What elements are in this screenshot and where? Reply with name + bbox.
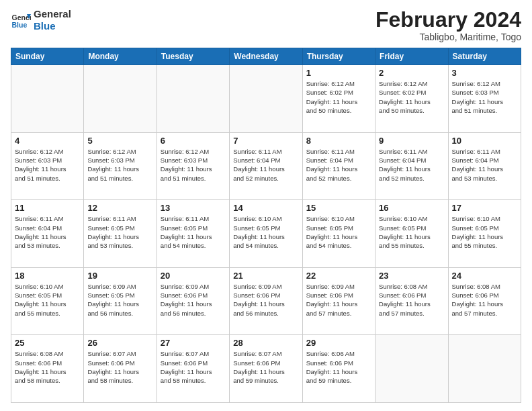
day-info: Sunrise: 6:06 AM Sunset: 6:06 PM Dayligh… [306, 349, 371, 385]
day-number: 24 [452, 271, 517, 281]
table-row: 21Sunrise: 6:09 AM Sunset: 6:06 PM Dayli… [230, 267, 302, 335]
calendar-header-row: Sunday Monday Tuesday Wednesday Thursday… [11, 48, 521, 65]
day-info: Sunrise: 6:09 AM Sunset: 6:06 PM Dayligh… [306, 282, 371, 318]
day-info: Sunrise: 6:09 AM Sunset: 6:06 PM Dayligh… [161, 282, 226, 318]
table-row: 2Sunrise: 6:12 AM Sunset: 6:02 PM Daylig… [375, 65, 448, 133]
day-info: Sunrise: 6:11 AM Sunset: 6:04 PM Dayligh… [452, 147, 517, 183]
day-number: 7 [233, 136, 298, 146]
day-number: 5 [87, 136, 152, 146]
day-number: 14 [233, 203, 298, 213]
day-number: 18 [15, 271, 80, 281]
table-row: 13Sunrise: 6:11 AM Sunset: 6:05 PM Dayli… [157, 200, 229, 268]
day-number: 9 [379, 136, 444, 146]
day-number: 15 [306, 203, 371, 213]
day-info: Sunrise: 6:11 AM Sunset: 6:04 PM Dayligh… [15, 214, 80, 250]
day-number: 27 [161, 338, 226, 348]
day-number: 19 [87, 271, 152, 281]
col-friday: Friday [375, 48, 448, 65]
col-wednesday: Wednesday [230, 48, 302, 65]
calendar-body: 1Sunrise: 6:12 AM Sunset: 6:02 PM Daylig… [11, 65, 521, 403]
day-number: 22 [306, 271, 371, 281]
day-info: Sunrise: 6:11 AM Sunset: 6:05 PM Dayligh… [87, 214, 152, 250]
page-subtitle: Tabligbo, Maritime, Togo [375, 32, 521, 42]
day-info: Sunrise: 6:12 AM Sunset: 6:03 PM Dayligh… [87, 147, 152, 183]
day-number: 20 [161, 271, 226, 281]
day-number: 2 [379, 68, 444, 78]
table-row: 25Sunrise: 6:08 AM Sunset: 6:06 PM Dayli… [11, 335, 84, 403]
day-number: 25 [15, 338, 80, 348]
table-row: 28Sunrise: 6:07 AM Sunset: 6:06 PM Dayli… [230, 335, 302, 403]
day-info: Sunrise: 6:09 AM Sunset: 6:06 PM Dayligh… [233, 282, 298, 318]
day-number: 1 [306, 68, 371, 78]
day-number: 21 [233, 271, 298, 281]
table-row: 29Sunrise: 6:06 AM Sunset: 6:06 PM Dayli… [302, 335, 375, 403]
header: General Blue General Blue February 2024 … [11, 8, 521, 42]
day-info: Sunrise: 6:10 AM Sunset: 6:05 PM Dayligh… [306, 214, 371, 250]
col-thursday: Thursday [302, 48, 375, 65]
table-row: 6Sunrise: 6:12 AM Sunset: 6:03 PM Daylig… [157, 132, 229, 200]
day-info: Sunrise: 6:12 AM Sunset: 6:03 PM Dayligh… [452, 79, 517, 115]
day-info: Sunrise: 6:10 AM Sunset: 6:05 PM Dayligh… [233, 214, 298, 250]
day-info: Sunrise: 6:10 AM Sunset: 6:05 PM Dayligh… [379, 214, 444, 250]
col-sunday: Sunday [11, 48, 84, 65]
day-info: Sunrise: 6:07 AM Sunset: 6:06 PM Dayligh… [161, 349, 226, 385]
table-row: 8Sunrise: 6:11 AM Sunset: 6:04 PM Daylig… [302, 132, 375, 200]
calendar-week-row: 25Sunrise: 6:08 AM Sunset: 6:06 PM Dayli… [11, 335, 521, 403]
day-info: Sunrise: 6:12 AM Sunset: 6:02 PM Dayligh… [379, 79, 444, 115]
day-info: Sunrise: 6:11 AM Sunset: 6:04 PM Dayligh… [379, 147, 444, 183]
day-number: 3 [452, 68, 517, 78]
table-row: 17Sunrise: 6:10 AM Sunset: 6:05 PM Dayli… [448, 200, 521, 268]
day-number: 28 [233, 338, 298, 348]
day-info: Sunrise: 6:12 AM Sunset: 6:03 PM Dayligh… [15, 147, 80, 183]
day-number: 26 [87, 338, 152, 348]
table-row: 26Sunrise: 6:07 AM Sunset: 6:06 PM Dayli… [84, 335, 157, 403]
calendar-week-row: 11Sunrise: 6:11 AM Sunset: 6:04 PM Dayli… [11, 200, 521, 268]
page-title: February 2024 [375, 8, 521, 32]
table-row: 4Sunrise: 6:12 AM Sunset: 6:03 PM Daylig… [11, 132, 84, 200]
page: General Blue General Blue February 2024 … [0, 0, 532, 411]
table-row: 24Sunrise: 6:08 AM Sunset: 6:06 PM Dayli… [448, 267, 521, 335]
day-number: 23 [379, 271, 444, 281]
day-number: 10 [452, 136, 517, 146]
day-number: 12 [87, 203, 152, 213]
table-row: 15Sunrise: 6:10 AM Sunset: 6:05 PM Dayli… [302, 200, 375, 268]
logo-icon: General Blue [11, 10, 31, 30]
day-info: Sunrise: 6:08 AM Sunset: 6:06 PM Dayligh… [15, 349, 80, 385]
calendar-week-row: 4Sunrise: 6:12 AM Sunset: 6:03 PM Daylig… [11, 132, 521, 200]
day-info: Sunrise: 6:07 AM Sunset: 6:06 PM Dayligh… [87, 349, 152, 385]
table-row: 10Sunrise: 6:11 AM Sunset: 6:04 PM Dayli… [448, 132, 521, 200]
table-row: 5Sunrise: 6:12 AM Sunset: 6:03 PM Daylig… [84, 132, 157, 200]
day-info: Sunrise: 6:08 AM Sunset: 6:06 PM Dayligh… [379, 282, 444, 318]
day-number: 16 [379, 203, 444, 213]
day-number: 8 [306, 136, 371, 146]
col-tuesday: Tuesday [157, 48, 229, 65]
table-row [157, 65, 229, 133]
col-monday: Monday [84, 48, 157, 65]
table-row [448, 335, 521, 403]
svg-text:Blue: Blue [12, 21, 28, 29]
table-row: 9Sunrise: 6:11 AM Sunset: 6:04 PM Daylig… [375, 132, 448, 200]
day-info: Sunrise: 6:12 AM Sunset: 6:03 PM Dayligh… [161, 147, 226, 183]
day-info: Sunrise: 6:11 AM Sunset: 6:04 PM Dayligh… [306, 147, 371, 183]
day-number: 17 [452, 203, 517, 213]
table-row: 1Sunrise: 6:12 AM Sunset: 6:02 PM Daylig… [302, 65, 375, 133]
table-row [230, 65, 302, 133]
table-row: 14Sunrise: 6:10 AM Sunset: 6:05 PM Dayli… [230, 200, 302, 268]
logo-blue: Blue [34, 20, 71, 32]
table-row [11, 65, 84, 133]
day-number: 6 [161, 136, 226, 146]
table-row: 20Sunrise: 6:09 AM Sunset: 6:06 PM Dayli… [157, 267, 229, 335]
calendar: Sunday Monday Tuesday Wednesday Thursday… [11, 48, 521, 403]
table-row: 27Sunrise: 6:07 AM Sunset: 6:06 PM Dayli… [157, 335, 229, 403]
logo-general: General [34, 8, 71, 20]
day-info: Sunrise: 6:11 AM Sunset: 6:05 PM Dayligh… [161, 214, 226, 250]
calendar-week-row: 18Sunrise: 6:10 AM Sunset: 6:05 PM Dayli… [11, 267, 521, 335]
day-info: Sunrise: 6:10 AM Sunset: 6:05 PM Dayligh… [452, 214, 517, 250]
table-row: 18Sunrise: 6:10 AM Sunset: 6:05 PM Dayli… [11, 267, 84, 335]
table-row: 23Sunrise: 6:08 AM Sunset: 6:06 PM Dayli… [375, 267, 448, 335]
day-number: 11 [15, 203, 80, 213]
day-info: Sunrise: 6:07 AM Sunset: 6:06 PM Dayligh… [233, 349, 298, 385]
day-info: Sunrise: 6:09 AM Sunset: 6:05 PM Dayligh… [87, 282, 152, 318]
table-row: 12Sunrise: 6:11 AM Sunset: 6:05 PM Dayli… [84, 200, 157, 268]
title-block: February 2024 Tabligbo, Maritime, Togo [375, 8, 521, 42]
